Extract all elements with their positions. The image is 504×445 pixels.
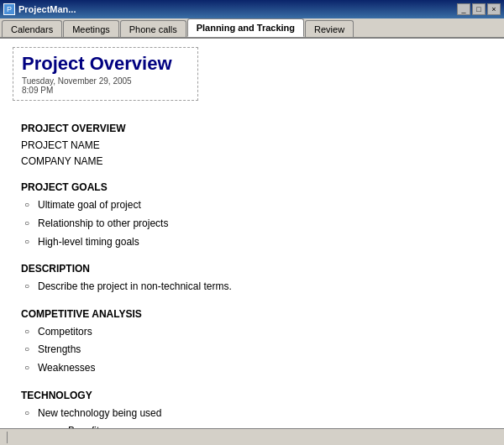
tab-bar: Calendars Meetings Phone calls Planning … <box>0 18 504 39</box>
maximize-button[interactable]: □ <box>472 3 486 15</box>
section-project-overview: PROJECT OVERVIEW PROJECT NAME COMPANY NA… <box>21 123 491 170</box>
tab-review[interactable]: Review <box>305 20 354 37</box>
technology-list: New technology being used Benefits Stand… <box>21 405 491 428</box>
section-heading-description: DESCRIPTION <box>21 263 491 275</box>
status-divider <box>7 432 8 443</box>
list-item: Strengths <box>21 341 491 359</box>
main-content: Project Overview Tuesday, November 29, 2… <box>0 39 504 428</box>
section-project-goals: PROJECT GOALS Ultimate goal of project R… <box>21 181 491 251</box>
section-plain-company-name: COMPANY NAME <box>21 154 491 170</box>
project-goals-list: Ultimate goal of project Relationship to… <box>21 196 491 251</box>
page-date: Tuesday, November 29, 2005 <box>22 76 172 86</box>
title-bar-buttons: _ □ × <box>457 3 501 15</box>
list-item: Ultimate goal of project <box>21 196 491 215</box>
tab-phone-calls[interactable]: Phone calls <box>120 20 186 37</box>
section-heading-project-goals: PROJECT GOALS <box>21 181 491 193</box>
section-description: DESCRIPTION Describe the project in non-… <box>21 263 491 296</box>
list-item: New technology being used Benefits <box>21 405 491 428</box>
title-bar: P ProjectMan... _ □ × <box>0 0 504 18</box>
section-technology: TECHNOLOGY New technology being used Ben… <box>21 390 491 428</box>
close-button[interactable]: × <box>487 3 501 15</box>
title-bar-text: ProjectMan... <box>18 4 454 14</box>
tab-meetings[interactable]: Meetings <box>63 20 119 37</box>
tab-calendars[interactable]: Calendars <box>2 20 62 37</box>
list-item: Benefits <box>55 422 491 428</box>
section-heading-project-overview: PROJECT OVERVIEW <box>21 123 491 134</box>
section-heading-technology: TECHNOLOGY <box>21 390 491 401</box>
sub-list: Benefits <box>38 422 491 428</box>
tab-planning[interactable]: Planning and Tracking <box>187 18 304 37</box>
page-title: Project Overview <box>22 53 172 75</box>
list-item: Competitors <box>21 323 491 342</box>
list-item: High-level timing goals <box>21 233 491 252</box>
content-body: PROJECT OVERVIEW PROJECT NAME COMPANY NA… <box>13 123 491 428</box>
section-plain-project-name: PROJECT NAME <box>21 138 491 154</box>
app-icon: P <box>3 3 15 15</box>
page-time: 8:09 PM <box>22 86 172 95</box>
list-item: Weaknesses <box>21 359 491 378</box>
section-competitive-analysis: COMPETITIVE ANALYSIS Competitors Strengt… <box>21 308 491 378</box>
list-item: Describe the project in non-technical te… <box>21 278 491 296</box>
status-bar <box>0 428 504 445</box>
minimize-button[interactable]: _ <box>457 3 470 15</box>
page-title-box: Project Overview Tuesday, November 29, 2… <box>13 47 198 101</box>
section-heading-competitive-analysis: COMPETITIVE ANALYSIS <box>21 308 491 320</box>
competitive-analysis-list: Competitors Strengths Weaknesses <box>21 323 491 378</box>
list-item: Relationship to other projects <box>21 215 491 233</box>
description-list: Describe the project in non-technical te… <box>21 278 491 296</box>
